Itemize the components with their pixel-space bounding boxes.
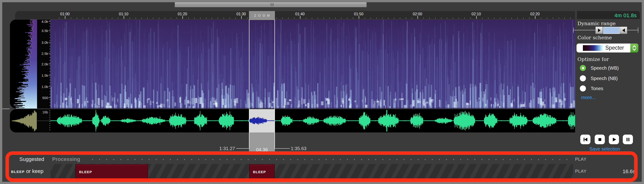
processing-dot [566,159,567,160]
timeline-minor-tick [364,18,365,19]
radio-speech-wb[interactable] [580,65,586,71]
dynamic-range-min-handle[interactable] [596,27,603,34]
panel-divider-handle[interactable] [2,108,10,109]
audio-editor-window: 01:0001:1001:2001:3001:4001:5002:0002:10… [0,0,644,184]
frequency-tick-label: 1.5k [42,73,48,77]
amplitude-zero-line [37,121,50,121]
timeline-major-tick [535,16,536,19]
timeline-minor-tick [470,18,471,19]
stop-button[interactable] [595,135,605,144]
zoom-region-handle[interactable]: ZOOM [249,11,275,20]
timeline-minor-tick [441,18,442,19]
processing-dot [496,159,496,160]
processing-dot [474,159,475,160]
timeline-minor-tick [523,18,524,19]
pause-button[interactable] [623,135,633,144]
frequency-tick-label: 4.0k [42,19,48,23]
processing-dot [226,159,228,160]
timeline-minor-tick [312,18,312,19]
processing-dot [425,159,426,160]
selection-end-connector [275,148,290,149]
bleep-segment-1[interactable]: BLEEP [75,164,148,179]
timeline-minor-tick [94,18,95,19]
selection-region[interactable]: 04.36 [249,132,275,154]
bleep-segment-2[interactable]: BLEEP [249,164,275,179]
timeline-minor-tick [458,18,459,19]
selection-end-time: 1:35.63 [291,146,306,151]
processing-dot [198,159,199,160]
color-scheme-gradient-swatch [583,45,603,51]
processing-dot [404,159,404,160]
timeline-minor-tick [170,18,171,19]
timeline-minor-tick [77,18,77,19]
timeline-major-tick [418,16,418,19]
horizontal-scrollbar[interactable] [175,2,367,7]
timeline-minor-tick [564,18,565,19]
processing-dot [488,159,490,160]
timeline-minor-tick [435,18,436,19]
radio-speech-nb[interactable] [580,75,586,82]
dynamic-range-label: Dynamic range [578,21,616,26]
play-button[interactable] [609,135,619,144]
timeline-ruler[interactable]: 01:0001:1001:2001:3001:4001:5002:0002:10… [15,11,575,19]
timeline-minor-tick [176,18,177,19]
processing-dot [389,159,390,160]
processing-dot [482,159,482,160]
color-scheme-dropdown[interactable]: Specter [576,44,638,52]
timeline-major-tick [241,16,242,19]
processing-dot [163,159,164,160]
dynamic-range-selected-band[interactable] [603,27,620,34]
timeline-minor-tick [200,18,200,19]
processing-dot [552,159,553,160]
waveform-view[interactable] [50,109,575,132]
timeline-minor-tick [294,18,294,19]
processing-dot [248,159,249,160]
processing-dot [432,159,433,160]
frequency-tick-label: 3.5k [42,29,48,33]
right-arrow-icon [598,28,600,32]
row1-play-button[interactable]: PLAY [575,157,587,162]
bleep-or-keep-label: BLEEP or keep [11,168,44,174]
timeline-minor-tick [165,18,165,19]
processing-dot [361,159,362,160]
dynamic-range-max-handle[interactable] [620,27,627,34]
timeline-minor-tick [400,18,400,19]
timeline-minor-tick [324,18,324,19]
processing-dot [212,159,213,160]
scrollbar-grip-icon[interactable] [271,3,274,6]
timeline-minor-tick [341,18,342,19]
timeline-time-label: 01:30 [236,12,246,16]
row2-play-button[interactable]: PLAY [575,169,587,174]
processing-dot [142,159,142,160]
processing-dot [439,159,440,160]
processing-dot [262,159,263,160]
spectrogram-view[interactable] [50,19,575,108]
color-scheme-stepper[interactable] [630,44,638,52]
timeline-minor-tick [547,18,547,19]
dynamic-range-track-left-cap [573,27,574,33]
timeline-minor-tick [130,18,130,19]
processing-dot [297,159,298,160]
processing-dot [318,159,320,160]
processing-dot [92,159,93,160]
selection-start-handle[interactable] [249,19,250,149]
save-selection-link[interactable]: Save selection [580,146,629,152]
timeline-minor-tick [141,18,142,19]
processing-dot [333,159,334,160]
timeline-minor-tick [553,18,553,19]
radio-tones-label: Tones [591,86,603,91]
processing-dot [120,159,121,160]
processing-dot [460,159,461,160]
selection-end-handle[interactable] [274,19,275,149]
processing-dot [524,159,525,160]
suggested-label: Suggested [19,156,44,162]
radio-tones[interactable] [580,86,586,92]
skip-to-start-button[interactable] [580,135,590,144]
more-options-link[interactable]: more... [581,95,596,100]
processing-dot [410,159,412,160]
timeline-minor-tick [464,18,465,19]
bleep-segment-2-label: BLEEP [253,170,266,174]
timeline-minor-tick [570,18,570,19]
timeline-minor-tick [147,18,148,19]
timeline-minor-tick [482,18,482,19]
